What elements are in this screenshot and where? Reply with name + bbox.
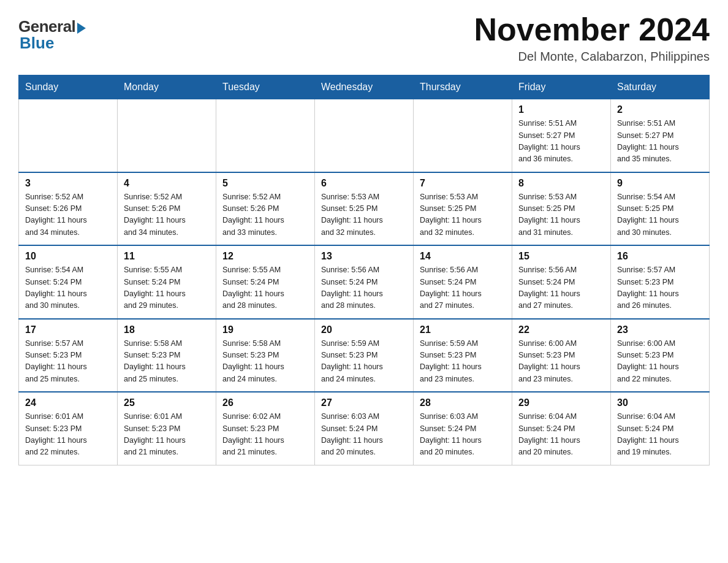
calendar-table: SundayMondayTuesdayWednesdayThursdayFrid… (18, 75, 710, 465)
day-info: Sunrise: 5:53 AM Sunset: 5:25 PM Dayligh… (321, 191, 407, 239)
calendar-week-row: 3Sunrise: 5:52 AM Sunset: 5:26 PM Daylig… (19, 172, 710, 246)
title-block: November 2024 Del Monte, Calabarzon, Phi… (474, 12, 710, 64)
calendar-day-cell: 20Sunrise: 5:59 AM Sunset: 5:23 PM Dayli… (315, 319, 414, 393)
calendar-day-cell: 18Sunrise: 5:58 AM Sunset: 5:23 PM Dayli… (118, 319, 216, 393)
calendar-day-cell: 16Sunrise: 5:57 AM Sunset: 5:23 PM Dayli… (611, 245, 710, 319)
calendar-day-cell: 23Sunrise: 6:00 AM Sunset: 5:23 PM Dayli… (611, 319, 710, 393)
day-number: 17 (25, 324, 111, 335)
calendar-day-header: Thursday (414, 75, 512, 99)
day-number: 30 (617, 397, 703, 408)
day-info: Sunrise: 5:52 AM Sunset: 5:26 PM Dayligh… (222, 191, 308, 239)
calendar-day-cell: 15Sunrise: 5:56 AM Sunset: 5:24 PM Dayli… (512, 245, 611, 319)
day-number: 7 (420, 178, 506, 189)
day-number: 15 (518, 251, 604, 262)
day-info: Sunrise: 5:59 AM Sunset: 5:23 PM Dayligh… (321, 338, 407, 386)
day-info: Sunrise: 5:55 AM Sunset: 5:24 PM Dayligh… (124, 264, 210, 312)
day-info: Sunrise: 6:02 AM Sunset: 5:23 PM Dayligh… (222, 411, 308, 459)
calendar-week-row: 10Sunrise: 5:54 AM Sunset: 5:24 PM Dayli… (19, 245, 710, 319)
day-info: Sunrise: 5:51 AM Sunset: 5:27 PM Dayligh… (617, 118, 703, 166)
day-info: Sunrise: 5:57 AM Sunset: 5:23 PM Dayligh… (617, 264, 703, 312)
day-number: 23 (617, 324, 703, 335)
calendar-day-cell (216, 99, 315, 172)
calendar-day-cell: 3Sunrise: 5:52 AM Sunset: 5:26 PM Daylig… (19, 172, 118, 246)
day-info: Sunrise: 5:56 AM Sunset: 5:24 PM Dayligh… (518, 264, 604, 312)
calendar-day-cell (118, 99, 216, 172)
calendar-day-cell: 17Sunrise: 5:57 AM Sunset: 5:23 PM Dayli… (19, 319, 118, 393)
calendar-day-cell: 8Sunrise: 5:53 AM Sunset: 5:25 PM Daylig… (512, 172, 611, 246)
day-number: 4 (124, 178, 210, 189)
calendar-day-cell: 24Sunrise: 6:01 AM Sunset: 5:23 PM Dayli… (19, 392, 118, 465)
day-number: 6 (321, 178, 407, 189)
day-number: 24 (25, 397, 111, 408)
day-info: Sunrise: 6:00 AM Sunset: 5:23 PM Dayligh… (518, 338, 604, 386)
day-info: Sunrise: 5:55 AM Sunset: 5:24 PM Dayligh… (222, 264, 308, 312)
location-text: Del Monte, Calabarzon, Philippines (474, 50, 710, 64)
calendar-day-cell (315, 99, 414, 172)
calendar-day-cell: 14Sunrise: 5:56 AM Sunset: 5:24 PM Dayli… (414, 245, 512, 319)
page-header: General Blue November 2024 Del Monte, Ca… (18, 12, 710, 64)
calendar-day-cell: 21Sunrise: 5:59 AM Sunset: 5:23 PM Dayli… (414, 319, 512, 393)
calendar-day-cell: 11Sunrise: 5:55 AM Sunset: 5:24 PM Dayli… (118, 245, 216, 319)
day-number: 1 (518, 104, 604, 115)
day-number: 21 (420, 324, 506, 335)
calendar-day-cell: 29Sunrise: 6:04 AM Sunset: 5:24 PM Dayli… (512, 392, 611, 465)
day-number: 25 (124, 397, 210, 408)
calendar-day-header: Saturday (611, 75, 710, 99)
month-title: November 2024 (474, 12, 710, 47)
logo-arrow-icon (77, 23, 86, 34)
calendar-day-header: Tuesday (216, 75, 315, 99)
calendar-day-cell: 1Sunrise: 5:51 AM Sunset: 5:27 PM Daylig… (512, 99, 611, 172)
day-number: 27 (321, 397, 407, 408)
day-number: 29 (518, 397, 604, 408)
day-info: Sunrise: 5:58 AM Sunset: 5:23 PM Dayligh… (124, 338, 210, 386)
day-info: Sunrise: 6:04 AM Sunset: 5:24 PM Dayligh… (617, 411, 703, 459)
day-info: Sunrise: 5:54 AM Sunset: 5:25 PM Dayligh… (617, 191, 703, 239)
calendar-day-cell: 30Sunrise: 6:04 AM Sunset: 5:24 PM Dayli… (611, 392, 710, 465)
calendar-day-header: Monday (118, 75, 216, 99)
calendar-day-cell: 26Sunrise: 6:02 AM Sunset: 5:23 PM Dayli… (216, 392, 315, 465)
calendar-day-cell: 6Sunrise: 5:53 AM Sunset: 5:25 PM Daylig… (315, 172, 414, 246)
day-number: 28 (420, 397, 506, 408)
day-info: Sunrise: 5:59 AM Sunset: 5:23 PM Dayligh… (420, 338, 506, 386)
day-number: 13 (321, 251, 407, 262)
calendar-day-cell: 19Sunrise: 5:58 AM Sunset: 5:23 PM Dayli… (216, 319, 315, 393)
day-info: Sunrise: 6:01 AM Sunset: 5:23 PM Dayligh… (124, 411, 210, 459)
calendar-day-cell: 10Sunrise: 5:54 AM Sunset: 5:24 PM Dayli… (19, 245, 118, 319)
day-number: 16 (617, 251, 703, 262)
day-number: 10 (25, 251, 111, 262)
day-number: 26 (222, 397, 308, 408)
day-info: Sunrise: 5:57 AM Sunset: 5:23 PM Dayligh… (25, 338, 111, 386)
day-number: 19 (222, 324, 308, 335)
calendar-day-cell: 2Sunrise: 5:51 AM Sunset: 5:27 PM Daylig… (611, 99, 710, 172)
day-info: Sunrise: 6:03 AM Sunset: 5:24 PM Dayligh… (420, 411, 506, 459)
day-number: 9 (617, 178, 703, 189)
day-info: Sunrise: 5:52 AM Sunset: 5:26 PM Dayligh… (25, 191, 111, 239)
calendar-day-cell: 4Sunrise: 5:52 AM Sunset: 5:26 PM Daylig… (118, 172, 216, 246)
day-info: Sunrise: 5:58 AM Sunset: 5:23 PM Dayligh… (222, 338, 308, 386)
calendar-week-row: 17Sunrise: 5:57 AM Sunset: 5:23 PM Dayli… (19, 319, 710, 393)
logo: General Blue (18, 17, 86, 53)
calendar-header-row: SundayMondayTuesdayWednesdayThursdayFrid… (19, 75, 710, 99)
day-info: Sunrise: 6:03 AM Sunset: 5:24 PM Dayligh… (321, 411, 407, 459)
day-number: 12 (222, 251, 308, 262)
day-number: 18 (124, 324, 210, 335)
day-info: Sunrise: 6:04 AM Sunset: 5:24 PM Dayligh… (518, 411, 604, 459)
calendar-day-header: Sunday (19, 75, 118, 99)
calendar-day-cell: 28Sunrise: 6:03 AM Sunset: 5:24 PM Dayli… (414, 392, 512, 465)
day-info: Sunrise: 6:00 AM Sunset: 5:23 PM Dayligh… (617, 338, 703, 386)
calendar-day-header: Wednesday (315, 75, 414, 99)
calendar-day-cell (414, 99, 512, 172)
day-number: 11 (124, 251, 210, 262)
day-info: Sunrise: 5:51 AM Sunset: 5:27 PM Dayligh… (518, 118, 604, 166)
calendar-week-row: 1Sunrise: 5:51 AM Sunset: 5:27 PM Daylig… (19, 99, 710, 172)
calendar-day-cell (19, 99, 118, 172)
day-info: Sunrise: 5:56 AM Sunset: 5:24 PM Dayligh… (321, 264, 407, 312)
day-number: 8 (518, 178, 604, 189)
day-number: 20 (321, 324, 407, 335)
day-number: 3 (25, 178, 111, 189)
day-info: Sunrise: 5:54 AM Sunset: 5:24 PM Dayligh… (25, 264, 111, 312)
day-number: 22 (518, 324, 604, 335)
calendar-day-cell: 13Sunrise: 5:56 AM Sunset: 5:24 PM Dayli… (315, 245, 414, 319)
calendar-day-cell: 25Sunrise: 6:01 AM Sunset: 5:23 PM Dayli… (118, 392, 216, 465)
calendar-day-cell: 12Sunrise: 5:55 AM Sunset: 5:24 PM Dayli… (216, 245, 315, 319)
